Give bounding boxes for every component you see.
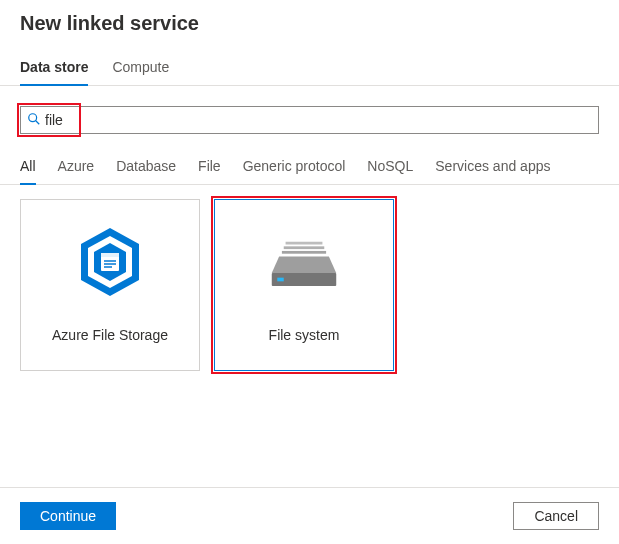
card-azure-file-storage[interactable]: Azure File Storage	[20, 199, 200, 371]
footer: Continue Cancel	[0, 487, 619, 544]
filter-tab-azure[interactable]: Azure	[58, 152, 95, 184]
svg-rect-11	[286, 242, 323, 245]
search-icon	[27, 112, 41, 129]
svg-rect-13	[282, 251, 326, 254]
filter-tab-generic-protocol[interactable]: Generic protocol	[243, 152, 346, 184]
tab-data-store[interactable]: Data store	[20, 51, 88, 85]
page-title: New linked service	[20, 12, 599, 35]
svg-rect-12	[284, 246, 325, 249]
svg-line-1	[36, 120, 40, 124]
filter-tab-all[interactable]: All	[20, 152, 36, 184]
search-box[interactable]	[20, 106, 599, 134]
continue-button[interactable]: Continue	[20, 502, 116, 530]
filter-tab-database[interactable]: Database	[116, 152, 176, 184]
cancel-button[interactable]: Cancel	[513, 502, 599, 530]
svg-rect-6	[101, 253, 119, 257]
card-label: Azure File Storage	[52, 327, 168, 343]
tab-compute[interactable]: Compute	[112, 51, 169, 85]
search-input[interactable]	[41, 112, 592, 128]
filter-tabs: All Azure Database File Generic protocol…	[0, 152, 619, 185]
card-file-system[interactable]: File system	[214, 199, 394, 371]
svg-rect-15	[277, 278, 283, 282]
card-label: File system	[269, 327, 340, 343]
primary-tabs: Data store Compute	[0, 51, 619, 86]
file-system-icon	[269, 227, 339, 297]
filter-tab-file[interactable]: File	[198, 152, 221, 184]
filter-tab-services-and-apps[interactable]: Services and apps	[435, 152, 550, 184]
azure-file-storage-icon	[75, 227, 145, 297]
svg-point-0	[29, 113, 37, 121]
svg-marker-10	[272, 256, 336, 273]
filter-tab-nosql[interactable]: NoSQL	[367, 152, 413, 184]
